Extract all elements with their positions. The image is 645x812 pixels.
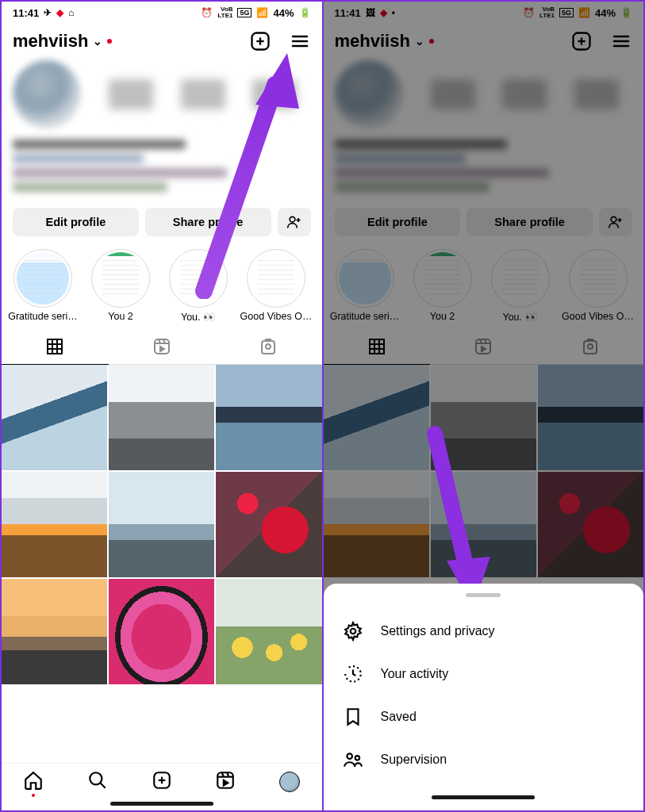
notification-dot-icon	[32, 794, 35, 797]
sheet-item-saved[interactable]: Saved	[324, 695, 644, 738]
net-label: VoBLTE1	[217, 6, 232, 19]
notification-dot-icon	[107, 39, 112, 44]
sheet-item-activity[interactable]: Your activity	[324, 653, 644, 695]
profile-stats	[95, 79, 311, 109]
tab-tagged[interactable]	[215, 329, 322, 364]
tab-reels[interactable]	[109, 329, 216, 364]
svg-rect-25	[218, 772, 234, 788]
phone-right: 11:41 🖼 ◆ • ⏰ VoBLTE1 5G 📶 44% 🔋 mehviis…	[324, 2, 644, 810]
svg-point-50	[347, 753, 352, 759]
post-thumbnail[interactable]	[216, 579, 321, 684]
gear-icon	[343, 621, 363, 642]
highlight-label: Good Vibes O…	[240, 311, 313, 322]
nav-home[interactable]	[23, 770, 44, 794]
highlight-item[interactable]: You 2	[84, 249, 157, 323]
profile-header: mehviish ⌄	[2, 24, 322, 60]
tab-grid[interactable]	[2, 329, 109, 364]
highlight-label: You. 👀	[181, 311, 216, 323]
bottom-nav	[2, 763, 322, 797]
nav-avatar-icon	[279, 772, 300, 792]
post-thumbnail[interactable]	[216, 472, 321, 577]
gesture-bar	[110, 802, 213, 806]
svg-rect-9	[48, 339, 62, 354]
posts-grid	[2, 365, 322, 763]
nav-reels[interactable]	[215, 770, 236, 794]
sheet-item-label: Settings and privacy	[381, 624, 495, 638]
svg-point-20	[90, 772, 102, 784]
post-thumbnail[interactable]	[109, 579, 214, 684]
avatar[interactable]	[13, 60, 81, 128]
sheet-item-supervision[interactable]: Supervision	[324, 738, 644, 781]
bio-blurred	[13, 140, 311, 192]
discover-people-button[interactable]	[278, 208, 311, 236]
svg-point-49	[350, 629, 355, 634]
nav-create[interactable]	[152, 770, 172, 794]
svg-point-6	[290, 216, 295, 222]
bookmark-icon	[343, 707, 363, 727]
status-time: 11:41	[13, 7, 39, 19]
story-highlights: Gratitude seri… You 2 You. 👀 Good Vibes …	[2, 246, 322, 329]
sheet-handle[interactable]	[466, 593, 501, 597]
highlight-item[interactable]: You. 👀	[162, 249, 235, 323]
svg-line-21	[100, 783, 106, 788]
profile-info-blurred	[2, 60, 322, 205]
post-thumbnail[interactable]	[2, 579, 107, 684]
post-thumbnail[interactable]	[216, 365, 321, 470]
username-selector[interactable]: mehviish ⌄	[13, 31, 112, 52]
nav-profile[interactable]	[279, 772, 300, 792]
net-5g-label: 5G	[237, 8, 251, 17]
status-bar: 11:41 ✈ ◆ ⌂ ⏰ VoBLTE1 5G 📶 44% 🔋	[2, 2, 322, 24]
highlight-label: Gratitude seri…	[8, 311, 78, 322]
nav-search[interactable]	[87, 770, 108, 794]
alarm-icon: ⏰	[201, 7, 213, 18]
menu-bottom-sheet: Settings and privacy Your activity Saved…	[324, 584, 644, 810]
sheet-item-label: Saved	[381, 710, 417, 724]
create-button[interactable]	[249, 30, 271, 52]
supervision-icon	[343, 749, 363, 770]
profile-action-row: Edit profile Share profile	[2, 205, 322, 246]
battery-percent: 44%	[273, 7, 294, 19]
sheet-item-label: Your activity	[381, 667, 449, 681]
post-thumbnail[interactable]	[2, 472, 107, 577]
post-thumbnail[interactable]	[2, 365, 107, 470]
svg-rect-18	[262, 341, 275, 354]
username-text: mehviish	[13, 31, 88, 52]
phone-left: 11:41 ✈ ◆ ⌂ ⏰ VoBLTE1 5G 📶 44% 🔋 mehviis…	[2, 2, 322, 810]
menu-button[interactable]	[289, 32, 311, 51]
post-thumbnail[interactable]	[109, 365, 214, 470]
sheet-item-settings-privacy[interactable]: Settings and privacy	[324, 610, 644, 653]
activity-icon	[343, 664, 363, 684]
svg-point-51	[355, 756, 359, 760]
signal-icon: 📶	[256, 7, 268, 18]
highlight-label: You 2	[108, 311, 133, 322]
battery-icon: 🔋	[299, 7, 311, 18]
highlight-item[interactable]: Good Vibes O…	[240, 249, 313, 323]
diamond-icon: ◆	[56, 7, 63, 18]
edit-profile-button[interactable]: Edit profile	[13, 208, 139, 236]
svg-rect-14	[155, 339, 169, 354]
gesture-bar	[432, 795, 535, 799]
sheet-item-label: Supervision	[381, 753, 447, 767]
profile-tabs	[2, 329, 322, 365]
svg-point-19	[266, 344, 271, 349]
chevron-down-icon: ⌄	[93, 35, 102, 48]
telegram-icon: ✈	[44, 7, 52, 18]
share-profile-button[interactable]: Share profile	[145, 208, 271, 236]
home-status-icon: ⌂	[68, 7, 74, 18]
post-thumbnail[interactable]	[109, 472, 214, 577]
highlight-item[interactable]: Gratitude seri…	[6, 249, 79, 323]
